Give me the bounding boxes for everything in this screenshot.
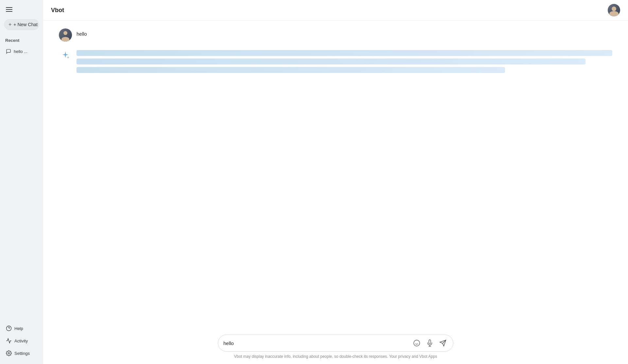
user-avatar-image <box>59 28 72 42</box>
mic-button[interactable] <box>425 338 435 348</box>
recent-label: Recent <box>4 38 39 43</box>
new-chat-button[interactable]: + + New Chat <box>4 19 39 30</box>
sidebar-item-help[interactable]: Help <box>4 323 39 334</box>
help-label: Help <box>14 326 23 331</box>
main-panel: Vbot hello <box>43 0 628 364</box>
svg-point-3 <box>414 340 420 346</box>
new-chat-label: + New Chat <box>13 22 38 27</box>
help-circle-icon <box>6 325 12 331</box>
chat-item-label: hello ... <box>14 49 27 54</box>
plus-icon: + <box>9 22 11 27</box>
microphone-icon <box>426 339 433 347</box>
skeleton-bar-3 <box>77 67 505 73</box>
svg-point-2 <box>8 353 10 354</box>
send-icon <box>439 339 446 347</box>
input-row <box>218 335 453 352</box>
user-avatar[interactable] <box>608 4 620 16</box>
settings-gear-icon <box>6 350 12 356</box>
chat-icon <box>6 49 11 54</box>
skeleton-bar-1 <box>77 50 612 56</box>
send-button[interactable] <box>438 338 448 348</box>
user-message-text: hello <box>77 28 87 37</box>
settings-label: Settings <box>14 351 30 356</box>
sidebar-item-hello[interactable]: hello ... <box>4 46 39 57</box>
emoji-icon <box>413 339 420 347</box>
input-area: Vbot may display inaccurate info, includ… <box>43 329 628 364</box>
sidebar-item-activity[interactable]: Activity <box>4 335 39 346</box>
sparkle-icon <box>59 48 72 61</box>
message-input[interactable] <box>223 340 409 346</box>
activity-icon <box>6 338 12 344</box>
activity-label: Activity <box>14 338 28 343</box>
avatar-image <box>608 4 620 16</box>
chat-area: hello <box>43 21 628 329</box>
sidebar-bottom: Help Activity Settings <box>4 323 39 359</box>
bot-loading-skeleton <box>77 48 612 73</box>
user-message-row: hello <box>59 28 612 42</box>
sidebar-item-settings[interactable]: Settings <box>4 348 39 359</box>
page-title: Vbot <box>51 7 64 14</box>
menu-button[interactable] <box>4 5 14 14</box>
sidebar: + + New Chat Recent hello ... Help Activ… <box>0 0 43 364</box>
svg-point-0 <box>7 326 11 331</box>
user-message-avatar <box>59 28 72 42</box>
disclaimer-text: Vbot may display inaccurate info, includ… <box>234 354 437 361</box>
bot-message-row <box>59 48 612 73</box>
header: Vbot <box>43 0 628 21</box>
skeleton-bar-2 <box>77 59 585 64</box>
emoji-button[interactable] <box>412 338 422 348</box>
